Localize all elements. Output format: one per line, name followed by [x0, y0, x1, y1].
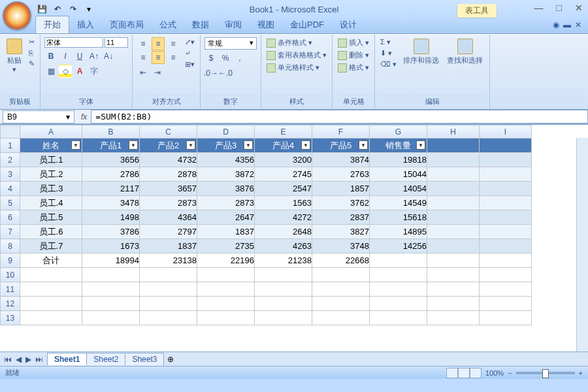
cell[interactable]	[480, 282, 532, 297]
qat-dropdown-icon[interactable]: ▾	[82, 3, 95, 16]
cell[interactable]: 14256	[370, 239, 427, 253]
cell[interactable]: 4356	[197, 153, 255, 167]
cell[interactable]	[427, 311, 480, 325]
cell[interactable]	[480, 210, 532, 225]
cell[interactable]: 员工.7	[20, 239, 82, 253]
cell[interactable]	[480, 182, 532, 196]
align-middle-button[interactable]: ≡	[152, 37, 165, 50]
cell[interactable]: 3874	[312, 153, 370, 167]
cell[interactable]: 员工.2	[20, 167, 82, 182]
cell[interactable]	[427, 282, 480, 297]
cell[interactable]	[370, 282, 427, 297]
align-right-button[interactable]: ≡	[167, 51, 180, 64]
font-color-button[interactable]: A	[73, 65, 86, 78]
bold-button[interactable]: B	[44, 50, 57, 63]
cell[interactable]	[427, 268, 480, 282]
cell[interactable]	[427, 297, 480, 311]
zoom-slider[interactable]	[516, 372, 575, 374]
align-left-button[interactable]: ≡	[137, 51, 150, 64]
cell[interactable]: 4263	[255, 239, 312, 253]
insert-cells-button[interactable]: 插入 ▾	[336, 37, 370, 48]
filter-arrow-icon[interactable]: ▼	[301, 140, 310, 150]
cell[interactable]: 3827	[312, 225, 370, 239]
cell[interactable]	[480, 153, 532, 167]
filter-arrow-icon[interactable]: ▼	[416, 140, 425, 150]
cell[interactable]	[140, 282, 197, 297]
cell[interactable]	[480, 253, 532, 268]
row-header[interactable]: 13	[1, 311, 20, 325]
cell[interactable]	[480, 139, 532, 153]
cell[interactable]	[312, 268, 370, 282]
percent-button[interactable]: %	[219, 52, 232, 65]
tab-insert[interactable]: 插入	[69, 16, 102, 33]
filter-arrow-icon[interactable]: ▼	[71, 140, 80, 150]
cell[interactable]: 产品2▼	[140, 139, 197, 153]
cell[interactable]: 3786	[82, 225, 140, 239]
phonetic-button[interactable]: 字	[88, 65, 101, 78]
cell[interactable]: 22668	[312, 253, 370, 268]
cell[interactable]: 2873	[140, 196, 197, 210]
row-header[interactable]: 8	[1, 239, 20, 253]
currency-button[interactable]: $	[204, 52, 218, 65]
border-button[interactable]: ▦	[44, 65, 57, 78]
col-header[interactable]: I	[480, 125, 532, 139]
cell[interactable]: 销售量▼	[370, 139, 427, 153]
sheet-tab[interactable]: Sheet1	[47, 353, 87, 365]
ribbon-close-icon[interactable]: ✕	[575, 20, 581, 29]
cell[interactable]: 4272	[255, 210, 312, 225]
name-box[interactable]: B9▾	[3, 110, 74, 123]
tab-review[interactable]: 审阅	[217, 16, 250, 33]
orientation-button[interactable]: ⤢▾	[184, 37, 196, 47]
col-header[interactable]: F	[312, 125, 370, 139]
delete-cells-button[interactable]: 删除 ▾	[336, 50, 370, 61]
cell[interactable]: 员工.5	[20, 210, 82, 225]
cell[interactable]	[480, 311, 532, 325]
filter-arrow-icon[interactable]: ▼	[129, 140, 138, 150]
cell[interactable]: 产品1▼	[82, 139, 140, 153]
view-layout-button[interactable]	[458, 368, 470, 378]
cell-style-button[interactable]: 单元格样式 ▾	[265, 62, 328, 73]
cell[interactable]	[427, 239, 480, 253]
filter-arrow-icon[interactable]: ▼	[359, 140, 368, 150]
font-size-combo[interactable]	[105, 37, 128, 48]
cell[interactable]: 1837	[140, 239, 197, 253]
sheet-nav-next-icon[interactable]: ▶	[24, 355, 33, 364]
cell[interactable]	[480, 297, 532, 311]
col-header[interactable]: C	[140, 125, 197, 139]
cell[interactable]	[140, 297, 197, 311]
row-header[interactable]: 3	[1, 167, 20, 182]
undo-icon[interactable]: ↶	[51, 3, 64, 16]
row-header[interactable]: 5	[1, 196, 20, 210]
zoom-level[interactable]: 100%	[485, 369, 504, 377]
inc-decimal-button[interactable]: .0→	[204, 67, 218, 80]
cell[interactable]: 2873	[197, 196, 255, 210]
col-header[interactable]: G	[370, 125, 427, 139]
cell[interactable]: 3748	[312, 239, 370, 253]
tab-data[interactable]: 数据	[184, 16, 217, 33]
cell[interactable]	[427, 153, 480, 167]
cell[interactable]	[20, 297, 82, 311]
zoom-out-icon[interactable]: −	[508, 369, 512, 377]
sheet-nav-prev-icon[interactable]: ◀	[14, 355, 23, 364]
indent-dec-button[interactable]: ⇤	[137, 66, 150, 79]
save-icon[interactable]: 💾	[35, 3, 48, 16]
cell[interactable]	[427, 253, 480, 268]
tab-formula[interactable]: 公式	[152, 16, 184, 33]
cell[interactable]: 员工.4	[20, 196, 82, 210]
cell[interactable]: 2745	[255, 167, 312, 182]
cell[interactable]: 1857	[312, 182, 370, 196]
cell[interactable]	[480, 196, 532, 210]
cell[interactable]: 员工.6	[20, 225, 82, 239]
cell[interactable]	[427, 139, 480, 153]
row-header[interactable]: 7	[1, 225, 20, 239]
col-header[interactable]: D	[197, 125, 255, 139]
format-cells-button[interactable]: 格式 ▾	[336, 62, 370, 73]
tab-design[interactable]: 设计	[332, 16, 365, 33]
cell[interactable]: 合计	[20, 253, 82, 268]
cell[interactable]	[197, 311, 255, 325]
cell[interactable]: 3657	[140, 182, 197, 196]
find-select-button[interactable]: 查找和选择	[444, 37, 485, 67]
new-sheet-icon[interactable]: ⊕	[163, 355, 178, 364]
cell[interactable]	[197, 268, 255, 282]
cell[interactable]	[427, 225, 480, 239]
